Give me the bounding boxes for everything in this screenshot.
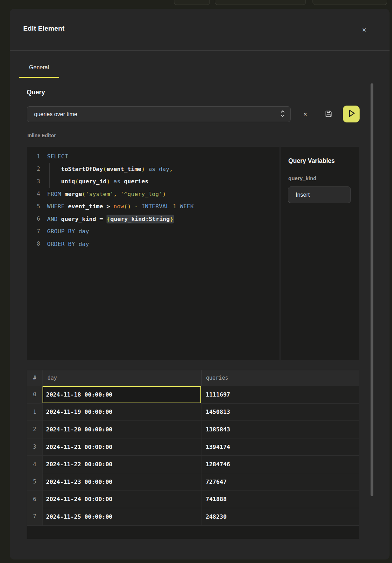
header-divider [10,50,390,51]
code-line[interactable]: 4FROM merge('system', '^query_log') [27,188,279,201]
line-number: 3 [27,178,40,185]
cell-day[interactable]: 2024-11-23 00:00:00 [43,473,201,491]
save-icon [325,110,332,119]
cell-queries[interactable]: 741888 [201,491,359,508]
cell-day[interactable]: 2024-11-21 00:00:00 [43,438,201,456]
tab-general[interactable]: General [19,64,59,78]
query-select[interactable]: queries over time [27,106,291,122]
line-number: 1 [27,153,40,160]
table-row: 52024-11-23 00:00:00727647 [27,473,359,491]
cell-day[interactable]: 2024-11-20 00:00:00 [43,421,201,438]
cell-queries[interactable]: 1385843 [201,421,359,438]
query-select-value: queries over time [34,111,77,118]
code-line[interactable]: 2 toStartOfDay(event_time) as day, [27,163,279,176]
play-icon [343,105,360,123]
results-table-body: 02024-11-18 00:00:00111169712024-11-19 0… [27,386,359,526]
line-number: 2 [27,166,40,172]
close-icon: ✕ [362,27,366,33]
results-table: # day queries 02024-11-18 00:00:00111169… [27,370,359,539]
screen: Edit Element ✕ General Query queries ove… [0,0,392,563]
cell-queries[interactable]: 727647 [201,473,359,491]
insert-button-label: Insert [296,192,310,198]
query-section-heading: Query [27,89,45,96]
table-row: 02024-11-18 00:00:001111697 [27,386,359,404]
row-index: 2 [27,421,43,438]
code-line[interactable]: 1SELECT [27,150,279,163]
column-header-day: day [43,370,201,386]
cell-day[interactable]: 2024-11-18 00:00:00 [43,386,201,403]
row-index: 1 [27,404,43,421]
background-button [174,0,210,5]
tab-label: General [29,64,49,70]
inline-editor: 1SELECT2 toStartOfDay(event_time) as day… [27,147,359,360]
code-text: GROUP BY day [40,228,89,235]
inline-editor-label: Inline Editor [27,133,56,138]
background-button [215,0,306,5]
code-line[interactable]: 7GROUP BY day [27,225,279,238]
table-row: 12024-11-19 00:00:001450813 [27,404,359,421]
query-variables-heading: Query Variables [288,157,335,165]
query-variable-token: {query_kind:String} [107,215,174,223]
close-button[interactable]: ✕ [359,25,369,35]
table-row: 42024-11-22 00:00:001284746 [27,456,359,473]
results-table-header: # day queries [27,370,359,386]
row-index: 4 [27,456,43,473]
variable-name-label: query_kind [288,175,316,181]
table-row: 62024-11-24 00:00:00741888 [27,491,359,508]
line-number: 5 [27,203,40,210]
clear-query-button[interactable]: ✕ [300,109,310,119]
cell-queries[interactable]: 1284746 [201,456,359,473]
column-header-queries: queries [201,370,359,386]
run-query-button[interactable] [343,106,360,122]
modal-title: Edit Element [23,25,64,32]
cell-queries[interactable]: 1111697 [201,386,359,403]
code-text: toStartOfDay(event_time) as day, [40,166,173,172]
sql-editor[interactable]: 1SELECT2 toStartOfDay(event_time) as day… [27,147,279,360]
column-header-index: # [27,375,43,381]
row-index: 5 [27,473,43,491]
code-text: SELECT [40,153,68,160]
code-lines: 1SELECT2 toStartOfDay(event_time) as day… [27,150,279,250]
code-text: FROM merge('system', '^query_log') [40,191,166,197]
code-line[interactable]: 5WHERE event_time > now() - INTERVAL 1 W… [27,200,279,213]
code-line[interactable]: 3 uniq(query_id) as queries [27,175,279,188]
table-row: 72024-11-25 00:00:00248230 [27,508,359,526]
line-number: 8 [27,241,40,247]
row-index: 3 [27,438,43,456]
background-button [313,0,387,5]
code-text: uniq(query_id) as queries [40,178,148,185]
line-number: 7 [27,228,40,235]
code-text: WHERE event_time > now() - INTERVAL 1 WE… [40,203,194,210]
edit-element-modal: Edit Element ✕ General Query queries ove… [10,9,390,559]
code-line[interactable]: 8ORDER BY day [27,238,279,251]
code-text: ORDER BY day [40,241,89,247]
modal-scrollbar[interactable] [371,83,373,496]
cell-day[interactable]: 2024-11-24 00:00:00 [43,491,201,508]
chevron-updown-icon [281,110,285,119]
cell-queries[interactable]: 1450813 [201,404,359,421]
indent-guide [49,163,50,188]
table-row: 32024-11-21 00:00:001394174 [27,438,359,456]
cell-day[interactable]: 2024-11-19 00:00:00 [43,404,201,421]
cell-day[interactable]: 2024-11-25 00:00:00 [43,508,201,525]
row-index: 6 [27,491,43,508]
insert-variable-button[interactable]: Insert [288,186,351,203]
cell-queries[interactable]: 248230 [201,508,359,525]
row-index: 7 [27,508,43,525]
clear-icon: ✕ [303,112,307,117]
code-text: AND query_kind = {query_kind:String} [40,216,174,222]
code-line[interactable]: 6AND query_kind = {query_kind:String} [27,213,279,226]
table-row: 22024-11-20 00:00:001385843 [27,421,359,438]
cell-day[interactable]: 2024-11-22 00:00:00 [43,456,201,473]
cell-queries[interactable]: 1394174 [201,438,359,456]
row-index: 0 [27,386,43,403]
line-number: 6 [27,216,40,222]
query-variables-panel: Query Variables query_kind Insert [281,147,359,360]
save-query-button[interactable] [323,109,333,119]
line-number: 4 [27,191,40,197]
